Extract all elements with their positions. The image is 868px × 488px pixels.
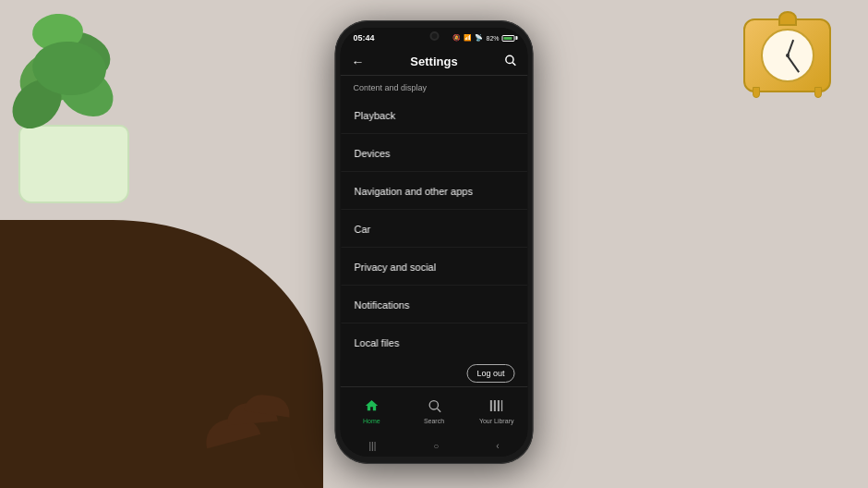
settings-item-local-files[interactable]: Local files (341, 323, 528, 360)
app-header: ← Settings (341, 48, 528, 76)
android-navigation: ||| ○ ‹ (341, 434, 528, 457)
settings-item-label: Privacy and social (354, 262, 436, 273)
phone-screen: 05:44 🔕 📶 📡 82% ← Settings (341, 28, 528, 457)
settings-item-privacy[interactable]: Privacy and social (341, 248, 528, 286)
android-home-btn[interactable]: ○ (433, 441, 439, 451)
nav-item-library[interactable]: Your Library (465, 398, 528, 424)
settings-list: Playback Devices Navigation and other ap… (341, 96, 528, 360)
settings-item-label: Playback (354, 110, 395, 121)
nav-item-home[interactable]: Home (341, 398, 404, 424)
settings-item-label: Navigation and other apps (354, 186, 472, 197)
status-time: 05:44 (354, 33, 375, 43)
settings-item-navigation[interactable]: Navigation and other apps (341, 172, 528, 210)
android-back-btn[interactable]: ‹ (496, 441, 499, 451)
battery-percent: 82% (486, 35, 499, 42)
svg-rect-6 (498, 400, 500, 411)
svg-point-2 (429, 400, 438, 409)
header-title: Settings (410, 55, 457, 68)
section-label: Content and display (341, 76, 528, 96)
search-button[interactable] (503, 54, 516, 69)
battery-icon (502, 35, 515, 42)
logout-area: Log out (341, 360, 528, 386)
volume-icon: 🔕 (452, 34, 461, 42)
nav-label-search: Search (424, 418, 444, 424)
svg-rect-5 (494, 400, 496, 411)
settings-item-label: Car (354, 224, 370, 235)
settings-item-devices[interactable]: Devices (341, 134, 528, 172)
nav-item-search[interactable]: Search (403, 398, 465, 424)
svg-line-3 (437, 409, 440, 412)
home-icon (364, 398, 379, 416)
svg-point-0 (506, 55, 513, 63)
camera-notch (429, 31, 439, 41)
hand-decoration (0, 220, 332, 488)
clock-decoration (739, 9, 850, 120)
back-button[interactable]: ← (352, 55, 365, 69)
search-nav-icon (427, 398, 441, 416)
plant-decoration (0, 0, 185, 203)
settings-item-playback[interactable]: Playback (341, 96, 528, 134)
svg-rect-7 (501, 400, 502, 411)
settings-item-label: Notifications (354, 299, 409, 311)
svg-rect-4 (490, 400, 492, 411)
settings-item-label: Local files (354, 337, 399, 348)
nav-label-home: Home (363, 418, 380, 424)
bottom-navigation: Home Search (341, 386, 528, 434)
phone-device: 05:44 🔕 📶 📡 82% ← Settings (335, 20, 534, 464)
status-icons: 🔕 📶 📡 82% (452, 34, 514, 42)
wifi-icon: 📶 (464, 34, 472, 42)
nav-label-library: Your Library (479, 418, 514, 424)
signal-icon: 📡 (475, 34, 483, 42)
logout-button[interactable]: Log out (466, 364, 514, 383)
settings-item-car[interactable]: Car (341, 210, 528, 248)
svg-line-1 (512, 63, 515, 66)
library-icon (489, 398, 504, 416)
settings-item-notifications[interactable]: Notifications (341, 286, 528, 323)
settings-item-label: Devices (354, 148, 390, 159)
android-menu-btn[interactable]: ||| (368, 441, 376, 451)
